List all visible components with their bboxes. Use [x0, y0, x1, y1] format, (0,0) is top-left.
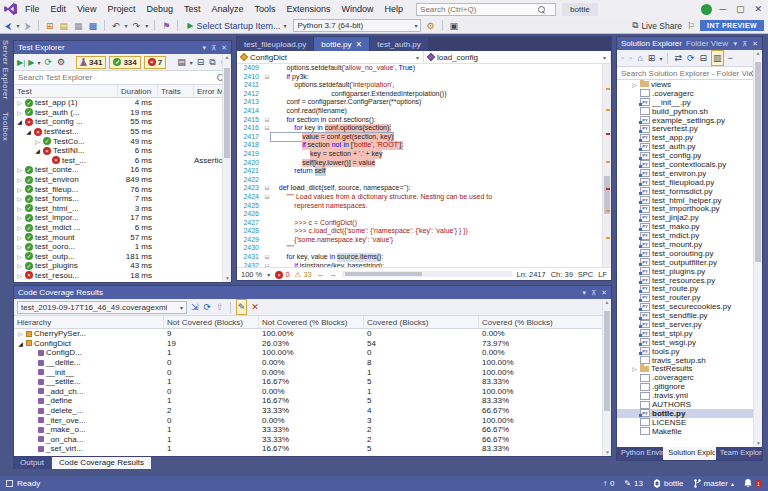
fold-marker[interactable]: ⊟ — [263, 193, 271, 202]
test-row[interactable]: ×test_...6 msAssertionError: ['co... — [14, 156, 222, 166]
coverage-row[interactable]: _add_ch...00.00%1100.00% — [14, 387, 602, 397]
open-file-icon[interactable]: ▤ — [58, 19, 69, 33]
code-line[interactable]: 2431⊟ for key, value in source.items(): — [237, 253, 611, 262]
code-line[interactable]: 2422 — [237, 176, 611, 185]
run-all-tests-icon[interactable]: ▶| — [17, 58, 25, 67]
fold-marker[interactable]: ⊟ — [263, 184, 271, 193]
navigate-forward-icon[interactable]: ⮞ — [23, 19, 32, 33]
coverage-row[interactable]: _set_virt...116.67%583.33% — [14, 444, 602, 454]
navigate-back-caret[interactable]: ▾ — [16, 22, 19, 29]
test-row[interactable]: ▷✓test_outp...181 ms — [14, 252, 222, 262]
expander-icon[interactable]: ▷ — [631, 365, 638, 372]
switch-views-icon[interactable]: ⊞ — [647, 51, 657, 65]
solution-item[interactable]: ▷TestResults — [617, 365, 753, 374]
flag-icon[interactable]: ⚑ — [161, 19, 171, 33]
nav-back-icon[interactable]: ← — [317, 270, 325, 279]
test-row[interactable]: ▷✓test_impor...17 ms — [14, 213, 222, 223]
solution-item[interactable]: PYtest_fileupload.py — [617, 178, 753, 187]
expander-icon[interactable]: ▷ — [16, 214, 23, 221]
code-line[interactable]: 2417 value = conf.get(section, key) — [237, 133, 611, 142]
close-tab-icon[interactable]: ✕ — [356, 40, 363, 49]
zoom-level[interactable]: 100 % — [241, 270, 262, 279]
coverage-row[interactable]: ▷CherryPySer...9100.00%00.00% — [14, 329, 602, 339]
code-line[interactable]: 2411 options.setdefault('interpolation', — [237, 81, 611, 90]
close-icon[interactable]: ✕ — [601, 289, 607, 297]
minimize-button[interactable]: ─ — [720, 4, 726, 14]
warning-count[interactable]: ⚠ 33 — [295, 270, 312, 279]
test-row[interactable]: ◢×test_config ...55 ms — [14, 117, 222, 127]
pin-icon[interactable]: ⊼ — [742, 40, 747, 48]
passed-tests-chip[interactable]: ✓334 — [109, 56, 140, 69]
code-line[interactable]: 2415⊟ for section in conf.sections(): — [237, 116, 611, 125]
forward-icon[interactable]: ◦ — [628, 51, 633, 65]
test-row[interactable]: ▷✓test_app (1)4 ms — [14, 98, 222, 108]
code-line[interactable]: 2430 """ — [237, 244, 611, 253]
test-settings-icon[interactable]: ⚙ — [56, 55, 66, 69]
coverage-row[interactable]: __delite...00.00%8100.00% — [14, 358, 602, 368]
solution-item[interactable]: PYtest_mako.py — [617, 222, 753, 231]
test-row[interactable]: ▷✓TestCo...49 ms — [14, 136, 222, 146]
menu-window[interactable]: Window — [337, 2, 379, 16]
breadcrumb-class-dropdown[interactable]: ConfigDict ▾ — [237, 51, 424, 63]
panel-tab-output[interactable]: Output — [13, 457, 51, 469]
coverage-row[interactable]: ◢ConfigDict1926.03%5473.97% — [14, 339, 602, 349]
solution-item[interactable]: PYtest_mdict.py — [617, 231, 753, 240]
solution-item[interactable]: PYtest_formsdict.py — [617, 187, 753, 196]
fold-marker[interactable]: ⊟ — [263, 262, 271, 267]
expander-icon[interactable]: ▷ — [16, 262, 23, 269]
total-tests-chip[interactable]: 341 — [76, 56, 106, 69]
notifications-indicator[interactable]: 1 — [744, 479, 762, 488]
code-line[interactable]: 2419 key = section + '.' + key — [237, 150, 611, 159]
editor-tab-test_fileupload.py[interactable]: test_fileupload.py — [237, 37, 313, 51]
fold-marker[interactable]: ⊟ — [263, 124, 271, 133]
menu-help[interactable]: Help — [380, 2, 409, 16]
coverage-row[interactable]: _iter_ove...00.00%3100.00% — [14, 415, 602, 425]
solution-item[interactable]: PYtest_route.py — [617, 284, 753, 293]
fold-marker[interactable]: ⊟ — [263, 116, 271, 125]
live-share-button[interactable]: ⧉ Live Share — [632, 20, 682, 31]
menu-project[interactable]: Project — [102, 2, 140, 16]
expander-icon[interactable]: ▷ — [17, 330, 24, 337]
solution-item[interactable]: PYtest_app.py — [617, 133, 753, 142]
code-line[interactable]: 2424⊟ """ Load values from a dictionary … — [237, 193, 611, 202]
solution-item[interactable]: PYexample_settings.py — [617, 116, 753, 125]
coverage-row[interactable]: _delete_...233.33%466.67% — [14, 406, 602, 416]
expander-icon[interactable]: ▷ — [34, 138, 41, 145]
layers-icon[interactable]: ⧉ — [208, 55, 216, 69]
solution-item[interactable]: build_python.sh — [617, 107, 753, 116]
code-line[interactable]: 2409 options.setdefault('allow_no_value'… — [237, 64, 611, 73]
solution-item[interactable]: PYtest_importhook.py — [617, 204, 753, 213]
expander-icon[interactable]: ▷ — [16, 195, 23, 202]
solution-item[interactable]: travis_setup.sh — [617, 356, 753, 365]
coverage-row[interactable]: __init__00.00%1100.00% — [14, 367, 602, 377]
solution-item[interactable]: PYtest_stpl.py — [617, 329, 753, 338]
test-row[interactable]: ▷✓test_html_...3 ms — [14, 204, 222, 214]
preview-selected-icon[interactable]: ▥ — [711, 50, 724, 66]
solution-item[interactable]: PYservertest.py — [617, 124, 753, 133]
menu-tools[interactable]: Tools — [249, 2, 280, 16]
test-row[interactable]: ▷✓test_ooro...1 ms — [14, 242, 222, 252]
test-row[interactable]: ▷✓test_forms...7 ms — [14, 194, 222, 204]
user-avatar[interactable] — [701, 4, 712, 15]
find-in-files-icon[interactable]: ▣ — [449, 19, 460, 33]
feedback-icon[interactable]: ⚐ — [686, 19, 696, 33]
window-position-icon[interactable]: ▾ — [582, 289, 586, 297]
code-line[interactable]: 2412 configparser.ExtendedInterpolation(… — [237, 90, 611, 99]
solution-item[interactable]: PYtest_resources.py — [617, 276, 753, 285]
solution-item[interactable]: PYbottle.py — [617, 409, 753, 418]
test-row[interactable]: ▷✓test_mount57 ms — [14, 232, 222, 242]
solution-item[interactable]: PYtest_jinja2.py — [617, 213, 753, 222]
code-line[interactable]: 2427 >>> c = ConfigDict() — [237, 219, 611, 228]
expander-icon[interactable]: ◢ — [17, 340, 24, 347]
expander-icon[interactable]: ◢ — [25, 128, 32, 135]
expander-icon[interactable]: ▷ — [16, 243, 23, 250]
code-area[interactable]: 2409 options.setdefault('allow_no_value'… — [237, 64, 611, 267]
window-position-icon[interactable]: ▾ — [202, 44, 206, 52]
solution-item[interactable]: PYtest_securecookies.py — [617, 302, 753, 311]
redo-icon[interactable]: ↷ — [132, 19, 142, 33]
horizontal-scrollbar[interactable] — [342, 271, 512, 277]
expander-icon[interactable]: ▷ — [16, 99, 23, 106]
maximize-button[interactable]: ▢ — [736, 4, 745, 14]
coverage-scrollbar[interactable]: ▲▼ — [602, 299, 611, 456]
solution-item[interactable]: PYtest_auth.py — [617, 142, 753, 151]
